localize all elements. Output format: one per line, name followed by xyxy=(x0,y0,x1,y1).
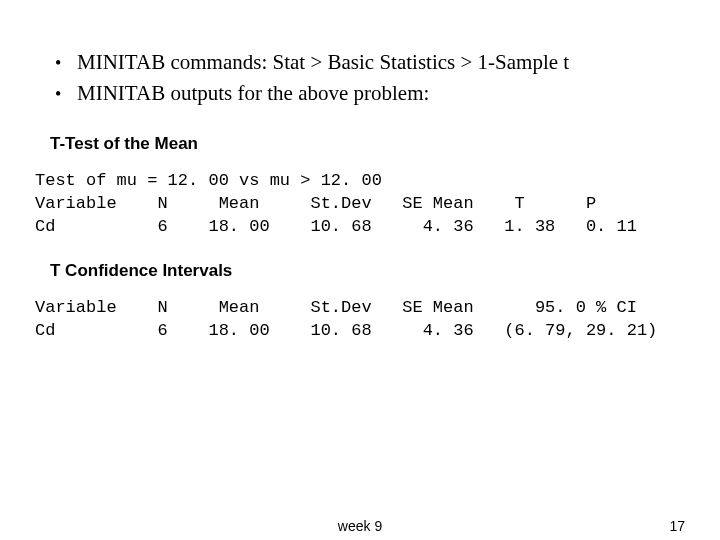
bullet-item: • MINITAB commands: Stat > Basic Statist… xyxy=(55,50,685,75)
tci-output: Variable N Mean St.Dev SE Mean 95. 0 % C… xyxy=(35,297,685,343)
heading-ttest: T-Test of the Mean xyxy=(50,134,685,154)
bullet-text: MINITAB commands: Stat > Basic Statistic… xyxy=(77,50,569,75)
bullet-text: MINITAB outputs for the above problem: xyxy=(77,81,429,106)
bullet-item: • MINITAB outputs for the above problem: xyxy=(55,81,685,106)
bullet-list: • MINITAB commands: Stat > Basic Statist… xyxy=(55,50,685,106)
page-number: 17 xyxy=(669,518,685,534)
bullet-dot-icon: • xyxy=(55,53,77,74)
ttest-output: Test of mu = 12. 00 vs mu > 12. 00 Varia… xyxy=(35,170,685,239)
heading-tci: T Confidence Intervals xyxy=(50,261,685,281)
bullet-dot-icon: • xyxy=(55,84,77,105)
footer-center: week 9 xyxy=(0,518,720,534)
